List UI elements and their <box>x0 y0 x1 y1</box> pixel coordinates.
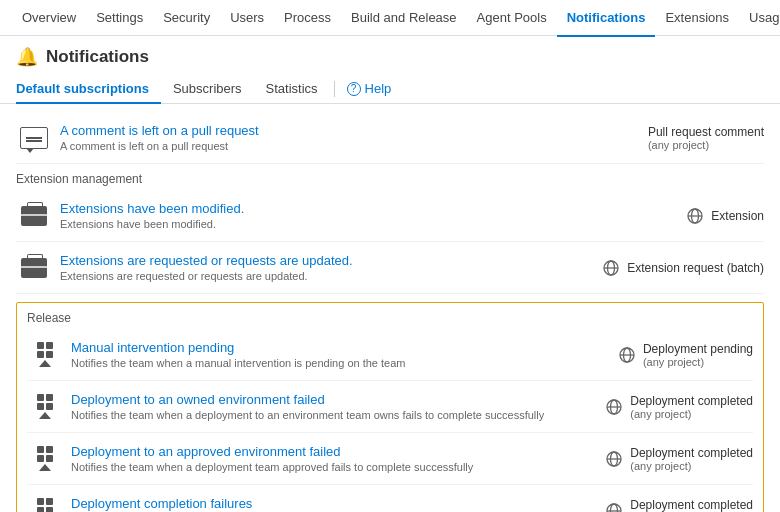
tag-sub: (any project) <box>630 460 753 472</box>
nav-item-overview[interactable]: Overview <box>12 1 86 37</box>
row-tag: Extension <box>711 209 764 223</box>
row-right: Extension <box>564 208 764 224</box>
nav-divider <box>334 81 335 97</box>
tag-title: Deployment completed <box>630 446 753 460</box>
row-content: Extensions are requested or requests are… <box>52 253 564 282</box>
tag-title: Deployment pending <box>643 342 753 356</box>
row-right: Pull request comment (any project) <box>564 125 764 151</box>
nav-item-usage[interactable]: Usage <box>739 1 780 37</box>
list-item: Manual intervention pending Notifies the… <box>27 329 753 381</box>
row-content: A comment is left on a pull request A co… <box>52 123 564 152</box>
row-tag: Deployment pending (any project) <box>643 342 753 368</box>
help-icon: ? <box>347 82 361 96</box>
deploy-icon-container <box>27 342 63 367</box>
row-title[interactable]: Deployment completion failures <box>71 496 545 511</box>
globe-icon <box>619 347 635 363</box>
tag-title: Extension request (batch) <box>627 261 764 275</box>
list-item: A comment is left on a pull request A co… <box>16 112 764 164</box>
globe-icon <box>687 208 703 224</box>
deploy-arrow <box>39 360 51 367</box>
tag-title: Deployment completed <box>630 498 753 512</box>
row-subtitle: Notifies the team when a deployment to a… <box>71 409 545 421</box>
row-right: Deployment completed (any project) <box>553 394 753 420</box>
help-link[interactable]: ? Help <box>339 75 400 102</box>
row-title[interactable]: A comment is left on a pull request <box>60 123 556 138</box>
comment-icon-lines <box>26 137 42 139</box>
row-content: Deployment to an approved environment fa… <box>63 444 553 473</box>
row-subtitle: A comment is left on a pull request <box>60 140 556 152</box>
deploy-icon <box>37 394 53 419</box>
comment-icon <box>20 127 48 149</box>
deploy-icon <box>37 498 53 512</box>
row-right: Extension request (batch) <box>564 260 764 276</box>
briefcase-icon <box>21 258 47 278</box>
list-item: Extensions have been modified. Extension… <box>16 190 764 242</box>
globe-icon <box>603 260 619 276</box>
nav-item-agent-pools[interactable]: Agent Pools <box>467 1 557 37</box>
tag-sub: (any project) <box>643 356 753 368</box>
row-right: Deployment completed (any project) <box>553 446 753 472</box>
list-item: Deployment to an owned environment faile… <box>27 381 753 433</box>
row-subtitle: Extensions are requested or requests are… <box>60 270 556 282</box>
briefcase-icon-container <box>16 206 52 226</box>
briefcase-icon-container <box>16 258 52 278</box>
row-tag: Deployment completed (any project) <box>630 394 753 420</box>
deploy-icon <box>37 446 53 471</box>
tab-statistics[interactable]: Statistics <box>254 75 330 104</box>
deploy-icon <box>37 342 53 367</box>
extension-section-label: Extension management <box>16 164 764 190</box>
comment-icon-container <box>16 127 52 149</box>
content-area: A comment is left on a pull request A co… <box>0 104 780 512</box>
row-title[interactable]: Extensions have been modified. <box>60 201 556 216</box>
row-content: Deployment completion failures Notifies … <box>63 496 553 512</box>
deploy-icon-container <box>27 446 63 471</box>
row-subtitle: Extensions have been modified. <box>60 218 556 230</box>
globe-icon <box>606 451 622 467</box>
deploy-icon-container <box>27 394 63 419</box>
tab-subscribers[interactable]: Subscribers <box>161 75 254 104</box>
globe-icon <box>606 399 622 415</box>
row-content: Extensions have been modified. Extension… <box>52 201 564 230</box>
row-title[interactable]: Deployment to an approved environment fa… <box>71 444 545 459</box>
list-item: Deployment to an approved environment fa… <box>27 433 753 485</box>
row-subtitle: Notifies the team when a manual interven… <box>71 357 545 369</box>
nav-item-extensions[interactable]: Extensions <box>655 1 739 37</box>
row-content: Manual intervention pending Notifies the… <box>63 340 553 369</box>
tag-title: Pull request comment <box>648 125 764 139</box>
tag-sub: (any project) <box>630 408 753 420</box>
sub-navigation: Default subscriptions Subscribers Statis… <box>0 74 780 104</box>
tag-title: Extension <box>711 209 764 223</box>
release-section: Release Manual intervention pending Noti… <box>16 302 764 512</box>
tab-default-subscriptions[interactable]: Default subscriptions <box>16 75 161 104</box>
row-title[interactable]: Manual intervention pending <box>71 340 545 355</box>
deploy-grid <box>37 342 53 358</box>
globe-icon <box>606 503 622 513</box>
tag-title: Deployment completed <box>630 394 753 408</box>
row-content: Deployment to an owned environment faile… <box>63 392 553 421</box>
bell-icon: 🔔 <box>16 46 38 68</box>
row-title[interactable]: Extensions are requested or requests are… <box>60 253 556 268</box>
briefcase-icon <box>21 206 47 226</box>
release-section-label: Release <box>27 311 753 329</box>
nav-item-security[interactable]: Security <box>153 1 220 37</box>
row-right: Deployment pending (any project) <box>553 342 753 368</box>
row-tag: Deployment completed (any project) <box>630 498 753 513</box>
row-tag: Deployment completed (any project) <box>630 446 753 472</box>
tag-sub: (any project) <box>648 139 764 151</box>
list-item: Extensions are requested or requests are… <box>16 242 764 294</box>
list-item: Deployment completion failures Notifies … <box>27 485 753 512</box>
page-title: Notifications <box>46 47 149 67</box>
nav-item-notifications[interactable]: Notifications <box>557 1 656 37</box>
row-title[interactable]: Deployment to an owned environment faile… <box>71 392 545 407</box>
nav-item-users[interactable]: Users <box>220 1 274 37</box>
nav-item-build-release[interactable]: Build and Release <box>341 1 467 37</box>
page-header: 🔔 Notifications <box>0 36 780 74</box>
nav-item-settings[interactable]: Settings <box>86 1 153 37</box>
row-tag: Extension request (batch) <box>627 261 764 275</box>
deploy-icon-container <box>27 498 63 512</box>
top-navigation: Overview Settings Security Users Process… <box>0 0 780 36</box>
row-tag: Pull request comment (any project) <box>648 125 764 151</box>
help-label: Help <box>365 81 392 96</box>
row-subtitle: Notifies the team when a deployment team… <box>71 461 545 473</box>
nav-item-process[interactable]: Process <box>274 1 341 37</box>
